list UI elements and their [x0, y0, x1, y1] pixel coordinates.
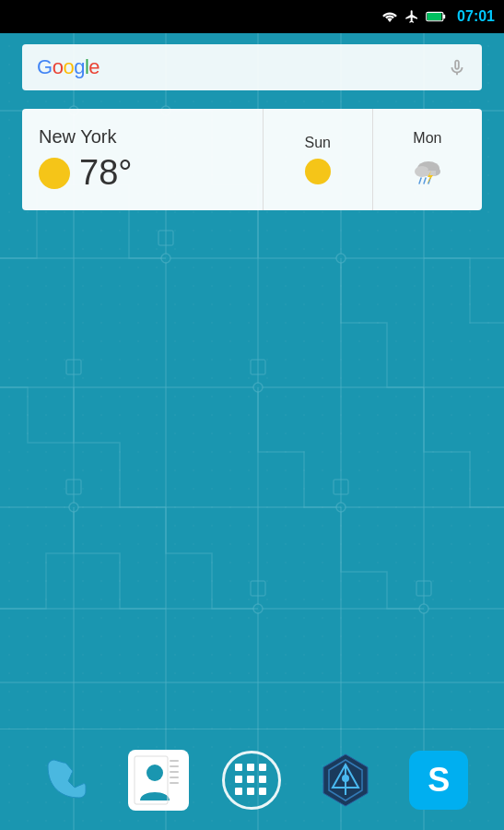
svg-rect-31 [443, 15, 445, 19]
apps-icon [222, 751, 281, 810]
dock-ingress[interactable] [314, 749, 377, 812]
svg-point-55 [342, 775, 349, 782]
weather-day-sun-icon [305, 159, 331, 184]
ingress-icon [316, 751, 375, 810]
svg-rect-36 [419, 171, 436, 176]
status-bar: 07:01 [0, 0, 504, 33]
apps-grid [235, 764, 268, 797]
weather-temp: 78° [79, 153, 132, 193]
weather-temp-row: 78° [39, 153, 246, 193]
dock-phone[interactable] [34, 749, 97, 812]
svg-rect-47 [170, 782, 179, 784]
apps-dot-5 [247, 776, 254, 783]
svg-rect-43 [170, 760, 179, 762]
svg-line-37 [419, 178, 421, 184]
phone-icon [36, 751, 95, 810]
apps-dot-9 [259, 788, 266, 795]
apps-dot-3 [259, 764, 266, 771]
dock-apps[interactable] [220, 749, 283, 812]
google-logo: Google [37, 55, 447, 79]
apps-dot-7 [235, 788, 242, 795]
skype-label: S [428, 761, 450, 800]
apps-dot-1 [235, 764, 242, 771]
weather-sun-icon [39, 158, 70, 189]
battery-icon [426, 10, 446, 23]
status-icons: 07:01 [381, 8, 495, 25]
skype-icon: S [409, 751, 468, 810]
mic-icon[interactable] [447, 57, 467, 77]
search-bar[interactable]: Google [22, 44, 482, 90]
apps-dot-6 [259, 776, 266, 783]
weather-main: New York 78° [22, 109, 264, 210]
svg-rect-32 [428, 13, 442, 20]
weather-day-sun: Sun [264, 109, 373, 210]
airplane-icon [404, 9, 420, 24]
svg-rect-44 [170, 765, 179, 767]
apps-dot-4 [235, 776, 242, 783]
dock-contacts[interactable] [127, 749, 190, 812]
status-time: 07:01 [457, 8, 495, 25]
dock: S [0, 729, 504, 830]
svg-line-38 [424, 178, 426, 184]
apps-dot-2 [247, 764, 254, 771]
weather-day-sun-label: Sun [305, 135, 331, 151]
weather-city: New York [39, 126, 246, 148]
svg-rect-45 [170, 771, 179, 773]
weather-widget[interactable]: New York 78° Sun Mon [22, 109, 482, 210]
apps-dot-8 [247, 788, 254, 795]
weather-storm-icon [410, 154, 445, 189]
svg-point-48 [147, 765, 163, 781]
wifi-icon [381, 9, 398, 24]
weather-day-mon-label: Mon [413, 130, 441, 147]
svg-rect-46 [170, 777, 179, 778]
weather-day-mon: Mon [373, 109, 482, 210]
dock-skype[interactable]: S [407, 749, 470, 812]
contacts-icon [128, 750, 189, 811]
